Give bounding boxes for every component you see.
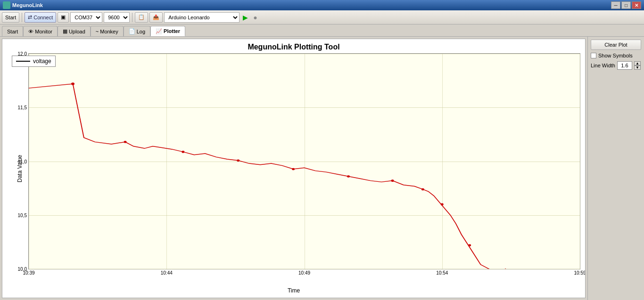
toolbar-separator-1 (22, 13, 22, 22)
line-width-label: Line Width (591, 63, 615, 68)
line-width-down-button[interactable]: ▼ (634, 65, 641, 70)
svg-point-2 (182, 151, 184, 153)
svg-point-8 (441, 203, 444, 206)
x-axis-label: Time (288, 287, 300, 294)
window-controls: ─ □ ✕ (611, 1, 641, 9)
main-toolbar: Start ⇄ Connect ▣ COM37 9600 📋 📤 Arduino… (0, 10, 644, 24)
grid-line-v-4 (580, 54, 580, 269)
tab-monkey-label: Monkey (100, 29, 118, 34)
start-button[interactable]: Start (2, 12, 19, 23)
voltage-plot-line (29, 54, 580, 269)
line-width-up-button[interactable]: ▲ (634, 61, 641, 65)
serial-icon: ▣ (61, 14, 66, 20)
svg-point-6 (391, 179, 394, 182)
show-symbols-checkbox[interactable] (591, 53, 596, 58)
com-icon-button[interactable]: ▣ (58, 12, 69, 23)
com-port-select[interactable]: COM37 (70, 12, 102, 23)
tab-monitor-label: Monitor (35, 29, 52, 34)
svg-point-5 (347, 175, 350, 178)
tab-plotter-label: Plotter (164, 28, 180, 34)
tab-upload[interactable]: ▦ Upload (58, 26, 91, 36)
app-icon (3, 1, 10, 9)
log-icon: 📄 (129, 28, 135, 34)
x-tick-3: 10:54 (436, 269, 448, 276)
plot-title: MegunoLink Plotting Tool (2, 43, 585, 51)
y-tick-1: 11,5 (18, 105, 29, 110)
plot-legend: voltage (12, 56, 56, 67)
close-button[interactable]: ✕ (632, 1, 641, 9)
tab-monitor[interactable]: 👁 Monitor (23, 26, 58, 36)
show-symbols-row: Show Symbols (591, 53, 641, 58)
toolbar-separator-2 (132, 13, 132, 22)
baud-rate-select[interactable]: 9600 (104, 12, 130, 23)
tab-monkey[interactable]: ~ Monkey (91, 26, 124, 36)
main-content: MegunoLink Plotting Tool voltage Data Va… (0, 37, 644, 300)
tab-start-label: Start (7, 29, 18, 34)
svg-point-0 (71, 82, 74, 85)
show-symbols-label: Show Symbols (598, 53, 633, 58)
stop-button[interactable]: ● (251, 14, 259, 21)
legend-label: voltage (33, 58, 51, 65)
x-tick-0: 10:39 (23, 269, 34, 276)
svg-point-9 (468, 244, 471, 246)
plot-container: 12,0 11,5 11,0 10,5 10,0 10:39 10:44 10:… (28, 53, 580, 269)
line-width-input[interactable] (617, 61, 632, 70)
tab-plotter[interactable]: 📈 Plotter (150, 26, 185, 36)
line-width-spinner: ▲ ▼ (634, 61, 641, 70)
y-tick-3: 10,5 (18, 212, 29, 218)
connect-button[interactable]: ⇄ Connect (25, 12, 56, 23)
upload-icon-button[interactable]: 📤 (149, 12, 163, 23)
tab-log[interactable]: 📄 Log (124, 26, 150, 36)
plot-area: MegunoLink Plotting Tool voltage Data Va… (2, 39, 586, 298)
connect-icon: ⇄ (28, 14, 32, 20)
svg-point-3 (237, 159, 239, 162)
clear-plot-button[interactable]: Clear Plot (591, 40, 641, 50)
x-tick-1: 10:44 (161, 269, 173, 276)
maximize-button[interactable]: □ (621, 1, 631, 9)
monkey-icon: ~ (96, 29, 99, 34)
run-button[interactable]: ▶ (241, 14, 250, 21)
right-panel: Clear Plot Show Symbols Line Width ▲ ▼ (587, 37, 644, 300)
tab-upload-label: Upload (69, 29, 85, 34)
upload-icon: ▦ (63, 28, 67, 34)
device-select[interactable]: Arduino Leonardo (164, 12, 239, 23)
minimize-button[interactable]: ─ (611, 1, 620, 9)
x-tick-4: 10:59 (574, 269, 586, 276)
tab-start[interactable]: Start (2, 26, 23, 36)
svg-point-7 (421, 188, 424, 191)
window-title: MegunoLink (12, 2, 43, 8)
monitor-icon: 👁 (28, 29, 33, 34)
tab-log-label: Log (137, 29, 145, 34)
legend-line-symbol (16, 61, 30, 62)
serial-monitor-icon-button[interactable]: 📋 (135, 12, 148, 23)
plotter-icon: 📈 (156, 28, 162, 34)
svg-point-4 (292, 168, 295, 170)
x-tick-2: 10:49 (298, 269, 310, 276)
svg-point-1 (124, 141, 127, 143)
tab-bar: Start 👁 Monitor ▦ Upload ~ Monkey 📄 Log … (0, 24, 644, 37)
y-tick-2: 11,0 (18, 159, 29, 164)
title-bar: MegunoLink ─ □ ✕ (0, 0, 644, 10)
line-width-row: Line Width ▲ ▼ (591, 61, 641, 70)
